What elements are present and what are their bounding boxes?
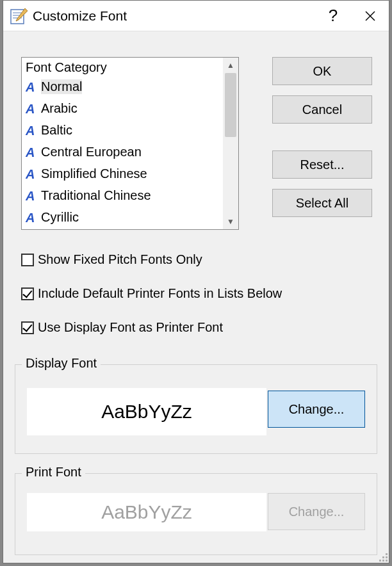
checkbox-icon[interactable] (21, 254, 34, 266)
print-font-sample: AaBbYyZz (27, 493, 266, 531)
checkbox-icon[interactable] (21, 321, 34, 334)
font-icon: A (24, 145, 40, 158)
list-item[interactable]: A Normal (22, 76, 223, 97)
use-display-font-checkbox-row[interactable]: Use Display Font as Printer Font (21, 320, 223, 335)
checkbox-icon[interactable] (21, 287, 34, 300)
list-item-label: Baltic (41, 123, 72, 138)
resize-grip-icon[interactable] (377, 551, 388, 562)
listbox-header: Font Category (22, 58, 238, 77)
scroll-down-icon[interactable]: ▼ (223, 214, 238, 229)
svg-text:A: A (26, 80, 35, 93)
ok-button[interactable]: OK (272, 57, 372, 85)
svg-text:A: A (26, 102, 35, 115)
svg-text:A: A (26, 124, 35, 136)
list-item[interactable]: A Cyrillic (22, 206, 223, 228)
svg-text:A: A (26, 211, 35, 223)
display-font-sample: AaBbYyZz (27, 388, 266, 435)
list-item-label: Cyrillic (41, 210, 79, 225)
dialog-window: Customize Font ? Font Category A Normal … (3, 0, 389, 563)
help-button[interactable]: ? (314, 1, 352, 31)
list-item[interactable]: A Traditional Chinese (22, 184, 223, 206)
svg-text:A: A (26, 145, 35, 158)
scrollbar[interactable]: ▲ ▼ (223, 58, 238, 229)
font-icon: A (24, 124, 40, 136)
dialog-title: Customize Font (33, 8, 314, 24)
font-icon: A (24, 167, 40, 180)
group-legend: Display Font (22, 356, 101, 371)
change-display-font-button[interactable]: Change... (268, 391, 365, 428)
checkbox-label: Include Default Printer Fonts in Lists B… (38, 286, 282, 301)
list-item-label: Traditional Chinese (41, 188, 151, 203)
listbox-items: A Normal A Arabic A Baltic A Central Eur… (22, 76, 223, 229)
list-item-label: Simplified Chinese (41, 166, 147, 181)
print-font-group: Print Font AaBbYyZz Change... (15, 473, 377, 555)
close-button[interactable] (352, 1, 389, 31)
titlebar: Customize Font ? (3, 1, 389, 31)
sample-text: AaBbYyZz (101, 401, 192, 423)
display-font-group: Display Font AaBbYyZz Change... (15, 364, 377, 454)
svg-text:A: A (26, 189, 35, 202)
app-icon (8, 6, 29, 26)
scroll-up-icon[interactable]: ▲ (223, 58, 238, 73)
scroll-thumb[interactable] (225, 73, 236, 137)
list-item-label: Arabic (41, 101, 78, 116)
font-category-listbox[interactable]: Font Category A Normal A Arabic A Baltic… (21, 57, 239, 230)
group-legend: Print Font (22, 465, 85, 480)
font-icon: A (24, 80, 40, 93)
cancel-button[interactable]: Cancel (272, 95, 372, 124)
list-item[interactable]: A Simplified Chinese (22, 163, 223, 184)
font-icon: A (24, 211, 40, 223)
font-icon: A (24, 102, 40, 115)
svg-text:A: A (26, 167, 35, 180)
include-printer-fonts-checkbox-row[interactable]: Include Default Printer Fonts in Lists B… (21, 286, 282, 301)
checkbox-label: Use Display Font as Printer Font (38, 320, 223, 335)
select-all-button[interactable]: Select All (272, 189, 372, 217)
list-item-label: Normal (41, 79, 82, 94)
list-item[interactable]: A Central European (22, 141, 223, 163)
list-item-label: Central European (41, 145, 142, 159)
dialog-body: Font Category A Normal A Arabic A Baltic… (3, 31, 389, 563)
reset-button[interactable]: Reset... (272, 150, 372, 179)
list-item[interactable]: A Baltic (22, 119, 223, 141)
list-item[interactable]: A Arabic (22, 97, 223, 119)
fixed-pitch-checkbox-row[interactable]: Show Fixed Pitch Fonts Only (21, 252, 202, 267)
checkbox-label: Show Fixed Pitch Fonts Only (38, 252, 202, 267)
font-icon: A (24, 189, 40, 202)
change-print-font-button: Change... (268, 493, 365, 530)
sample-text: AaBbYyZz (101, 501, 192, 523)
